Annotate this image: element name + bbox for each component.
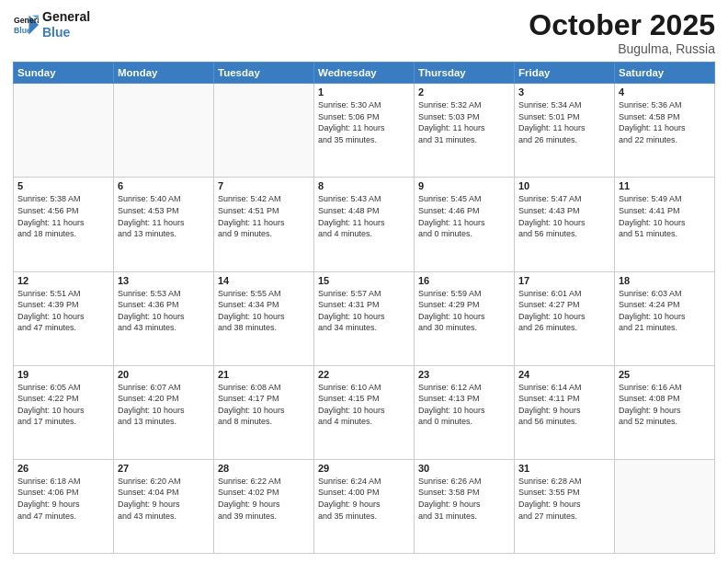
- calendar-cell: 1Sunrise: 5:30 AM Sunset: 5:06 PM Daylig…: [314, 84, 415, 178]
- page: General Blue General Blue October 2025 B…: [0, 0, 728, 563]
- day-number: 28: [218, 463, 310, 474]
- day-number: 31: [518, 463, 610, 474]
- calendar-cell: 11Sunrise: 5:49 AM Sunset: 4:41 PM Dayli…: [615, 178, 715, 271]
- day-number: 22: [318, 369, 410, 380]
- day-info: Sunrise: 5:43 AM Sunset: 4:48 PM Dayligh…: [318, 193, 410, 239]
- day-info: Sunrise: 6:22 AM Sunset: 4:02 PM Dayligh…: [218, 476, 310, 522]
- day-number: 7: [218, 180, 310, 191]
- day-number: 1: [318, 86, 410, 98]
- day-number: 10: [518, 180, 610, 191]
- day-info: Sunrise: 5:32 AM Sunset: 5:03 PM Dayligh…: [418, 99, 510, 145]
- calendar-cell: 24Sunrise: 6:14 AM Sunset: 4:11 PM Dayli…: [515, 365, 615, 459]
- month-title: October 2025: [529, 9, 715, 41]
- day-number: 25: [619, 369, 711, 380]
- calendar-cell: 14Sunrise: 5:55 AM Sunset: 4:34 PM Dayli…: [214, 271, 314, 365]
- day-number: 19: [17, 369, 109, 380]
- calendar-cell: 31Sunrise: 6:28 AM Sunset: 3:55 PM Dayli…: [515, 459, 615, 553]
- dow-header: Monday: [114, 63, 214, 84]
- dow-header: Sunday: [14, 63, 114, 84]
- day-info: Sunrise: 6:01 AM Sunset: 4:27 PM Dayligh…: [518, 288, 610, 334]
- dow-header: Thursday: [415, 63, 515, 84]
- day-info: Sunrise: 5:36 AM Sunset: 4:58 PM Dayligh…: [619, 99, 711, 145]
- svg-text:Blue: Blue: [14, 26, 31, 35]
- day-info: Sunrise: 6:24 AM Sunset: 4:00 PM Dayligh…: [318, 476, 410, 522]
- calendar-cell: [214, 84, 314, 178]
- day-info: Sunrise: 6:28 AM Sunset: 3:55 PM Dayligh…: [518, 476, 610, 522]
- dow-header: Wednesday: [314, 63, 415, 84]
- day-number: 4: [619, 86, 711, 98]
- calendar-cell: 16Sunrise: 5:59 AM Sunset: 4:29 PM Dayli…: [415, 271, 515, 365]
- calendar-cell: [114, 84, 214, 178]
- day-info: Sunrise: 5:47 AM Sunset: 4:43 PM Dayligh…: [518, 193, 610, 239]
- day-number: 20: [118, 369, 210, 380]
- day-info: Sunrise: 6:12 AM Sunset: 4:13 PM Dayligh…: [418, 382, 510, 428]
- day-number: 8: [318, 180, 410, 191]
- logo-icon: General Blue: [13, 12, 39, 38]
- day-info: Sunrise: 5:42 AM Sunset: 4:51 PM Dayligh…: [218, 193, 310, 239]
- day-info: Sunrise: 6:18 AM Sunset: 4:06 PM Dayligh…: [17, 476, 109, 522]
- day-info: Sunrise: 6:20 AM Sunset: 4:04 PM Dayligh…: [118, 476, 210, 522]
- calendar-cell: 26Sunrise: 6:18 AM Sunset: 4:06 PM Dayli…: [14, 459, 114, 553]
- day-number: 9: [418, 180, 510, 191]
- day-info: Sunrise: 5:30 AM Sunset: 5:06 PM Dayligh…: [318, 99, 410, 145]
- calendar-cell: 23Sunrise: 6:12 AM Sunset: 4:13 PM Dayli…: [415, 365, 515, 459]
- calendar-cell: 25Sunrise: 6:16 AM Sunset: 4:08 PM Dayli…: [615, 365, 715, 459]
- calendar-cell: 8Sunrise: 5:43 AM Sunset: 4:48 PM Daylig…: [314, 178, 415, 271]
- calendar-cell: 4Sunrise: 5:36 AM Sunset: 4:58 PM Daylig…: [615, 84, 715, 178]
- calendar-cell: 29Sunrise: 6:24 AM Sunset: 4:00 PM Dayli…: [314, 459, 415, 553]
- svg-text:General: General: [14, 16, 39, 25]
- calendar-cell: 12Sunrise: 5:51 AM Sunset: 4:39 PM Dayli…: [14, 271, 114, 365]
- calendar-cell: 17Sunrise: 6:01 AM Sunset: 4:27 PM Dayli…: [515, 271, 615, 365]
- day-info: Sunrise: 5:34 AM Sunset: 5:01 PM Dayligh…: [518, 99, 610, 145]
- calendar-cell: [14, 84, 114, 178]
- day-number: 17: [518, 275, 610, 286]
- calendar-cell: 3Sunrise: 5:34 AM Sunset: 5:01 PM Daylig…: [515, 84, 615, 178]
- calendar-cell: 5Sunrise: 5:38 AM Sunset: 4:56 PM Daylig…: [14, 178, 114, 271]
- day-number: 5: [17, 180, 109, 191]
- day-info: Sunrise: 5:59 AM Sunset: 4:29 PM Dayligh…: [418, 288, 510, 334]
- day-info: Sunrise: 5:55 AM Sunset: 4:34 PM Dayligh…: [218, 288, 310, 334]
- day-info: Sunrise: 6:26 AM Sunset: 3:58 PM Dayligh…: [418, 476, 510, 522]
- day-number: 2: [418, 86, 510, 98]
- day-number: 18: [619, 275, 711, 286]
- header: General Blue General Blue October 2025 B…: [13, 9, 715, 56]
- calendar-cell: 9Sunrise: 5:45 AM Sunset: 4:46 PM Daylig…: [415, 178, 515, 271]
- day-number: 27: [118, 463, 210, 474]
- calendar-cell: 19Sunrise: 6:05 AM Sunset: 4:22 PM Dayli…: [14, 365, 114, 459]
- day-number: 30: [418, 463, 510, 474]
- day-info: Sunrise: 6:10 AM Sunset: 4:15 PM Dayligh…: [318, 382, 410, 428]
- day-info: Sunrise: 6:05 AM Sunset: 4:22 PM Dayligh…: [17, 382, 109, 428]
- day-number: 21: [218, 369, 310, 380]
- dow-header: Saturday: [615, 63, 715, 84]
- day-info: Sunrise: 5:45 AM Sunset: 4:46 PM Dayligh…: [418, 193, 510, 239]
- calendar-cell: 27Sunrise: 6:20 AM Sunset: 4:04 PM Dayli…: [114, 459, 214, 553]
- day-info: Sunrise: 5:40 AM Sunset: 4:53 PM Dayligh…: [118, 193, 210, 239]
- logo: General Blue General Blue: [13, 9, 90, 40]
- day-info: Sunrise: 5:49 AM Sunset: 4:41 PM Dayligh…: [619, 193, 711, 239]
- calendar-cell: 20Sunrise: 6:07 AM Sunset: 4:20 PM Dayli…: [114, 365, 214, 459]
- calendar-cell: 15Sunrise: 5:57 AM Sunset: 4:31 PM Dayli…: [314, 271, 415, 365]
- calendar-cell: 28Sunrise: 6:22 AM Sunset: 4:02 PM Dayli…: [214, 459, 314, 553]
- day-info: Sunrise: 5:53 AM Sunset: 4:36 PM Dayligh…: [118, 288, 210, 334]
- logo-text: General Blue: [42, 9, 90, 40]
- day-number: 16: [418, 275, 510, 286]
- day-info: Sunrise: 5:57 AM Sunset: 4:31 PM Dayligh…: [318, 288, 410, 334]
- day-number: 14: [218, 275, 310, 286]
- calendar-cell: 6Sunrise: 5:40 AM Sunset: 4:53 PM Daylig…: [114, 178, 214, 271]
- day-number: 15: [318, 275, 410, 286]
- location: Bugulma, Russia: [529, 41, 715, 56]
- calendar-cell: 2Sunrise: 5:32 AM Sunset: 5:03 PM Daylig…: [415, 84, 515, 178]
- calendar-cell: 7Sunrise: 5:42 AM Sunset: 4:51 PM Daylig…: [214, 178, 314, 271]
- day-number: 11: [619, 180, 711, 191]
- day-info: Sunrise: 6:16 AM Sunset: 4:08 PM Dayligh…: [619, 382, 711, 428]
- day-number: 6: [118, 180, 210, 191]
- day-number: 29: [318, 463, 410, 474]
- day-info: Sunrise: 6:14 AM Sunset: 4:11 PM Dayligh…: [518, 382, 610, 428]
- calendar-cell: [615, 459, 715, 553]
- day-number: 26: [17, 463, 109, 474]
- day-number: 23: [418, 369, 510, 380]
- calendar-cell: 21Sunrise: 6:08 AM Sunset: 4:17 PM Dayli…: [214, 365, 314, 459]
- calendar-cell: 22Sunrise: 6:10 AM Sunset: 4:15 PM Dayli…: [314, 365, 415, 459]
- day-info: Sunrise: 5:51 AM Sunset: 4:39 PM Dayligh…: [17, 288, 109, 334]
- day-info: Sunrise: 5:38 AM Sunset: 4:56 PM Dayligh…: [17, 193, 109, 239]
